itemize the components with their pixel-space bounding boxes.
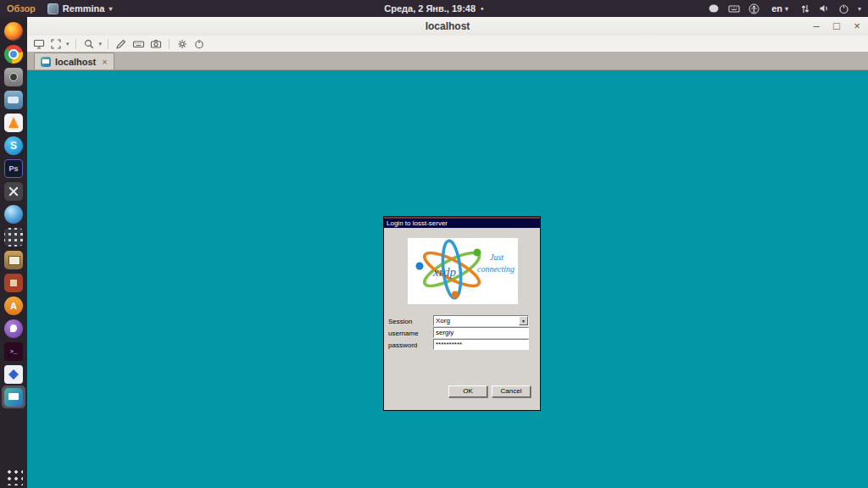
dock <box>0 17 27 488</box>
panel-left: Обзор Remmina ▾ <box>0 3 112 14</box>
pencil-icon <box>115 38 127 50</box>
network-icon[interactable] <box>800 3 810 14</box>
dock-item-virtualbox[interactable] <box>0 363 27 385</box>
toolbar-separator <box>169 39 170 49</box>
session-select[interactable]: Xorg ▼ <box>433 315 529 326</box>
camera-icon <box>4 68 23 86</box>
dock-item-images[interactable] <box>0 248 27 271</box>
show-applications-icon <box>5 468 23 485</box>
password-input[interactable] <box>433 339 529 350</box>
viber-icon <box>4 319 23 338</box>
screenshot-button[interactable] <box>148 37 164 51</box>
vlc-icon <box>4 114 23 132</box>
input-source-menu[interactable]: en ▾ <box>771 3 788 14</box>
tab-close-icon[interactable]: × <box>100 57 107 67</box>
username-input[interactable] <box>433 327 529 338</box>
dialog-titlebar[interactable]: Login to losst-server <box>384 219 540 228</box>
app-menu[interactable]: Remmina ▾ <box>47 3 113 14</box>
dock-item-camera[interactable] <box>0 65 27 88</box>
messaging-indicator-icon[interactable] <box>708 3 720 14</box>
dock-item-firefox[interactable] <box>0 19 27 42</box>
toolbar-separator <box>75 39 76 49</box>
dock-item-files[interactable] <box>0 88 27 111</box>
keyboard-layout-label: en <box>771 3 782 14</box>
volume-icon[interactable] <box>819 3 830 14</box>
grab-keyboard-button[interactable] <box>131 37 147 51</box>
firefox-icon <box>4 22 23 41</box>
power-icon[interactable] <box>838 3 849 14</box>
dropdown-arrow-icon[interactable]: ▼ <box>519 316 528 325</box>
dock-item-photoshop[interactable] <box>0 157 27 180</box>
dock-item-chrome[interactable] <box>0 42 27 65</box>
xrdp-logo: xrdp Just connecting <box>408 238 518 304</box>
fit-window-button[interactable] <box>31 37 47 51</box>
dock-item-vlc[interactable] <box>0 111 27 134</box>
window-controls: – □ × <box>810 17 863 36</box>
remmina-icon <box>4 388 23 407</box>
globe-icon <box>4 205 23 224</box>
dock-item-calculator[interactable] <box>0 225 27 248</box>
calculator-icon <box>4 228 23 247</box>
toolbar-separator <box>108 39 108 49</box>
files-icon <box>4 91 23 109</box>
activities-button[interactable]: Обзор <box>7 3 36 14</box>
chrome-icon <box>4 45 23 64</box>
chevron-down-icon: ▾ <box>785 5 788 13</box>
dock-item-remmina[interactable] <box>2 385 25 408</box>
package-installer-icon <box>4 274 23 292</box>
xrdp-login-dialog: Login to losst-server xrdp Just connecti… <box>383 216 541 411</box>
accessibility-icon[interactable] <box>748 3 760 14</box>
annotate-button[interactable] <box>114 37 129 51</box>
chevron-down-icon[interactable]: ▾ <box>858 5 861 13</box>
utilities-icon <box>4 182 23 201</box>
dock-item-viber[interactable] <box>0 317 27 340</box>
cancel-button[interactable]: Cancel <box>492 385 531 397</box>
window-titlebar[interactable]: localhost – □ × <box>27 17 868 36</box>
chevron-down-icon[interactable]: ▾ <box>65 41 70 47</box>
tagline-line2: connecting <box>477 264 515 274</box>
keyboard-icon <box>132 38 145 50</box>
chevron-down-icon[interactable]: ▾ <box>98 41 103 47</box>
fullscreen-button[interactable] <box>48 37 64 51</box>
tab-bar: localhost × <box>27 52 868 70</box>
tagline-line1: Just <box>490 252 504 262</box>
dock-item-utilities[interactable] <box>0 180 27 202</box>
skype-icon <box>4 136 23 155</box>
dock-item-software-center[interactable] <box>0 294 27 317</box>
disconnect-button[interactable] <box>192 37 207 51</box>
photoshop-icon <box>4 159 23 178</box>
ok-button[interactable]: OK <box>448 385 487 397</box>
software-center-icon <box>4 297 23 315</box>
minimize-button[interactable]: – <box>810 17 822 36</box>
xrdp-logo-graphic: xrdp Just connecting <box>408 238 518 304</box>
dock-item-terminal[interactable] <box>0 340 27 363</box>
fullscreen-icon <box>50 38 62 50</box>
screen: Обзор Remmina ▾ Среда, 2 Янв., 19:48 ● <box>0 0 868 488</box>
session-label: Session <box>388 318 432 325</box>
app-menu-label: Remmina <box>63 3 105 14</box>
terminal-icon <box>4 342 23 361</box>
remote-desktop-viewport[interactable]: Login to losst-server xrdp Just connecti… <box>27 69 868 488</box>
fit-window-icon <box>33 38 45 50</box>
power-icon <box>193 38 205 50</box>
keyboard-indicator-icon[interactable] <box>728 3 740 14</box>
camera-icon <box>150 38 162 50</box>
close-button[interactable]: × <box>851 17 863 36</box>
scaled-mode-button[interactable] <box>81 37 97 51</box>
clock-menu[interactable]: Среда, 2 Янв., 19:48 ● <box>384 0 483 17</box>
tab-localhost[interactable]: localhost × <box>34 53 114 69</box>
dock-item-show-applications[interactable] <box>0 465 27 488</box>
clock-label: Среда, 2 Янв., 19:48 <box>384 3 476 14</box>
panel-right: en ▾ ▾ <box>708 3 868 14</box>
dock-item-skype[interactable] <box>0 134 27 157</box>
maximize-button[interactable]: □ <box>831 17 843 36</box>
gear-icon <box>176 38 188 50</box>
tools-button[interactable] <box>175 37 190 51</box>
remmina-toolbar: ▾ ▾ <box>27 36 868 53</box>
xrdp-brand-text: xrdp <box>432 265 456 279</box>
dock-item-globe[interactable] <box>0 202 27 225</box>
virtualbox-icon <box>4 365 23 384</box>
remmina-app-icon <box>47 3 58 14</box>
dock-item-package-installer[interactable] <box>0 271 27 294</box>
notification-dot-icon: ● <box>481 6 484 11</box>
